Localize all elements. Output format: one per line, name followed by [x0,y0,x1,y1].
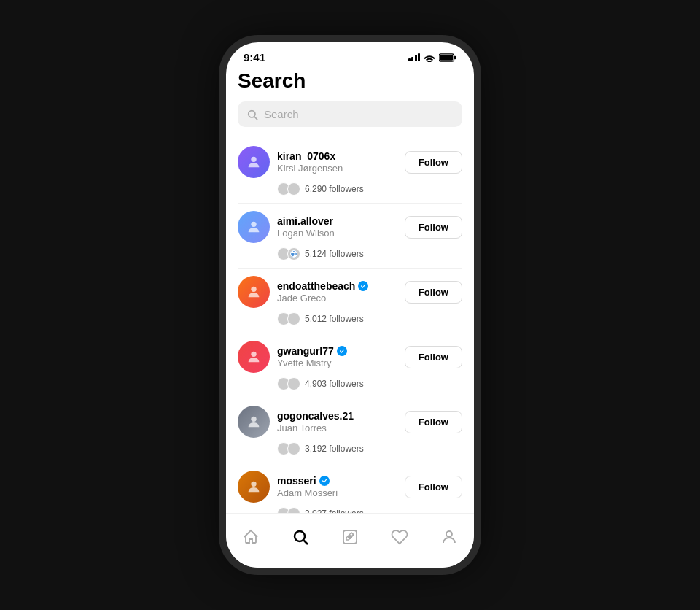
svg-point-13 [295,531,305,541]
nav-search[interactable] [284,521,316,553]
user-info: gwangurl77 Yvette Mistry [277,345,397,368]
username: aimi.allover [277,215,333,227]
followers-row: 5,012 followers [277,312,462,325]
followers-row: 4,903 followers [277,377,462,390]
followers-count: 3,192 followers [305,444,364,454]
realname: Logan Wilson [277,228,397,239]
followers-row: 5,124 followers [277,247,462,260]
svg-rect-1 [454,55,456,58]
home-icon [242,528,260,546]
svg-point-11 [251,482,256,487]
followers-count: 4,903 followers [305,379,364,389]
username: mosseri [277,475,316,487]
follower-avatars [277,507,300,513]
user-main-row: aimi.allover Logan Wilson Follow [238,211,462,243]
list-item: endoatthebeach Jade Greco Follow 5,012 f… [238,269,462,333]
nav-compose[interactable] [334,521,366,553]
avatar[interactable] [238,406,270,438]
user-main-row: mosseri Adam Mosseri Follow [238,471,462,503]
wifi-icon [424,53,435,62]
svg-point-16 [446,531,452,537]
follower-avatars [277,182,300,196]
user-info: aimi.allover Logan Wilson [277,215,397,239]
realname: Jade Greco [277,293,397,304]
list-item: aimi.allover Logan Wilson Follow 5,124 f… [238,204,462,269]
avatar[interactable] [238,146,270,178]
username: gwangurl77 [277,345,334,357]
status-time: 9:41 [244,51,265,63]
follow-button[interactable]: Follow [405,151,462,174]
follow-button[interactable]: Follow [405,216,462,239]
followers-row: 3,192 followers [277,442,462,455]
signal-icon [408,53,421,61]
verified-badge [337,346,347,356]
realname: Juan Torres [277,422,397,433]
svg-point-5 [251,157,256,162]
mini-avatar [287,507,300,513]
username: gogoncalves.21 [277,410,354,422]
nav-activity[interactable] [384,521,416,553]
username-row: aimi.allover [277,215,397,227]
follower-avatars [277,442,300,455]
list-item: mosseri Adam Mosseri Follow 3,027 follow… [238,463,462,513]
profile-icon [440,528,458,546]
svg-line-14 [304,541,308,545]
verified-badge [358,281,368,291]
username-row: gwangurl77 [277,345,397,357]
follow-button[interactable]: Follow [405,476,462,498]
user-info: endoatthebeach Jade Greco [277,280,397,304]
list-item: kiran_0706x Kirsi Jørgensen Follow 6,290… [238,139,462,204]
followers-count: 5,124 followers [305,249,364,259]
mini-avatar [287,182,300,196]
avatar[interactable] [238,276,270,308]
user-list: kiran_0706x Kirsi Jørgensen Follow 6,290… [238,139,462,513]
bottom-nav [226,513,474,568]
search-icon [246,109,258,120]
svg-point-10 [251,417,256,422]
username-row: gogoncalves.21 [277,410,397,422]
nav-profile[interactable] [433,521,465,553]
follow-button[interactable]: Follow [405,411,462,433]
username-row: kiran_0706x [277,150,397,162]
list-item: gwangurl77 Yvette Mistry Follow 4,903 fo… [238,333,462,398]
heart-icon [391,528,408,546]
status-bar: 9:41 [226,42,474,66]
user-info: mosseri Adam Mosseri [277,475,397,498]
follower-avatars [277,377,300,390]
followers-count: 6,290 followers [305,184,364,194]
mini-avatar [287,377,300,390]
nav-home[interactable] [235,521,267,553]
mini-avatar [287,247,300,260]
follow-button[interactable]: Follow [405,346,462,368]
search-input-placeholder: Search [264,108,299,120]
svg-point-8 [251,287,256,292]
username: kiran_0706x [277,150,335,162]
avatar[interactable] [238,471,270,503]
svg-point-9 [251,352,256,357]
realname: Kirsi Jørgensen [277,163,397,174]
page-title: Search [238,69,462,93]
followers-row: 6,290 followers [277,182,462,196]
followers-row: 3,027 followers [277,507,462,513]
username: endoatthebeach [277,280,355,292]
followers-count: 5,012 followers [305,314,364,324]
user-info: kiran_0706x Kirsi Jørgensen [277,150,397,174]
user-main-row: gwangurl77 Yvette Mistry Follow [238,341,462,373]
status-icons [408,53,457,62]
user-main-row: endoatthebeach Jade Greco Follow [238,276,462,308]
mini-avatar [287,312,300,325]
svg-rect-2 [440,55,453,61]
follow-button[interactable]: Follow [405,281,462,304]
search-bar[interactable]: Search [238,101,462,127]
follower-avatars [277,312,300,325]
avatar[interactable] [238,341,270,373]
avatar[interactable] [238,211,270,243]
realname: Yvette Mistry [277,358,397,368]
realname: Adam Mosseri [277,487,397,498]
user-main-row: kiran_0706x Kirsi Jørgensen Follow [238,146,462,178]
mini-avatar [287,442,300,455]
svg-point-6 [251,222,256,227]
search-nav-icon [292,528,309,546]
user-info: gogoncalves.21 Juan Torres [277,410,397,433]
list-item: gogoncalves.21 Juan Torres Follow 3,192 … [238,398,462,463]
